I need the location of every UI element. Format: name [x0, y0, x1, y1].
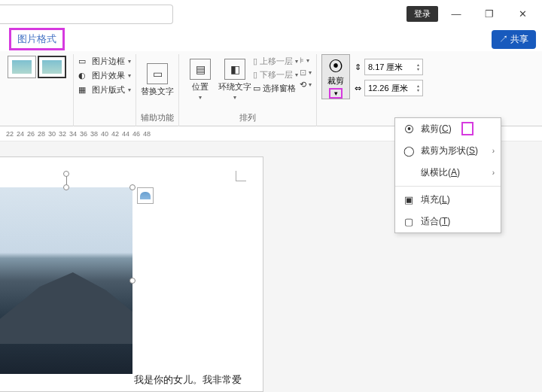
crop-button[interactable]: ⦿ 裁剪 ▾ [321, 54, 350, 99]
share-button[interactable]: ↗ 共享 [492, 30, 536, 49]
backward-icon: ▯ [253, 70, 257, 80]
resize-handle-top[interactable] [63, 184, 69, 190]
alt-text-button[interactable]: ▭ 替换文字 [141, 54, 174, 105]
picture-border-button[interactable]: ▭ 图片边框▾ [78, 56, 131, 67]
width-input-row: ⇔ 12.26 厘米 ▴▾ [355, 80, 423, 96]
shape-icon: ◯ [403, 145, 415, 157]
bring-forward-button[interactable]: ▯上移一层 ▾ [253, 56, 298, 67]
crop-dropdown-menu: ⦿ 裁剪(C) ◯ 裁剪为形状(S) › 纵横比(A) › ▣ 填充(L) ▢ … [394, 117, 501, 233]
height-input-row: ⇕ 8.17 厘米 ▴▾ [355, 59, 423, 75]
fit-icon: ▢ [403, 216, 415, 228]
picture-style-2[interactable] [38, 56, 66, 78]
share-icon: ↗ [499, 34, 510, 44]
layout-icon: ▦ [78, 85, 89, 96]
width-icon: ⇔ [355, 84, 361, 93]
tab-picture-format[interactable]: 图片格式 [9, 28, 65, 50]
height-icon: ⇕ [355, 62, 361, 72]
rotation-handle[interactable] [63, 171, 69, 177]
menu-item-aspect[interactable]: 纵横比(A) › [395, 162, 501, 184]
height-input[interactable]: 8.17 厘米 ▴▾ [364, 59, 423, 75]
close-button[interactable]: ✕ [507, 2, 537, 25]
effect-icon: ◐ [78, 71, 89, 81]
rotate-button[interactable]: ⟲▾ [300, 80, 312, 90]
forward-icon: ▯ [253, 56, 257, 66]
group-picture-options: ▭ 图片边框▾ ◐ 图片效果▾ ▦ 图片版式▾ [74, 54, 136, 126]
document-page[interactable]: 我是你的女儿。我非常爱 [0, 156, 263, 392]
wrap-text-button[interactable]: ◧ 环绕文字▾ [218, 54, 251, 105]
selected-image[interactable] [0, 187, 132, 374]
menu-item-fit[interactable]: ▢ 适合(T) [395, 211, 501, 232]
align-button[interactable]: ⊧▾ [300, 56, 312, 65]
picture-style-1[interactable] [8, 56, 36, 78]
rotate-icon: ⟲ [300, 80, 306, 90]
chevron-right-icon: › [492, 147, 495, 155]
group-accessibility: ▭ 替换文字 辅助功能 [136, 54, 179, 126]
ribbon: ▭ 图片边框▾ ◐ 图片效果▾ ▦ 图片版式▾ ▭ 替换文字 辅助功能 [0, 51, 542, 126]
minimize-button[interactable]: — [441, 2, 471, 25]
align-icon: ⊧ [300, 56, 304, 65]
highlight-box [461, 122, 473, 135]
send-backward-button[interactable]: ▯下移一层 ▾ [253, 69, 298, 81]
layout-options-icon [140, 192, 151, 199]
mountain-shape [0, 272, 132, 344]
document-text[interactable]: 我是你的女儿。我非常爱 [0, 373, 242, 387]
group-button[interactable]: ⊡▾ [300, 68, 312, 77]
resize-handle-top-right[interactable] [129, 184, 136, 190]
login-button[interactable]: 登录 [406, 6, 438, 22]
chevron-right-icon: › [492, 169, 495, 177]
group-picture-styles [0, 54, 74, 126]
border-icon: ▭ [78, 56, 89, 67]
height-spinner[interactable]: ▴▾ [417, 62, 419, 71]
menu-separator [395, 186, 501, 187]
picture-layout-button[interactable]: ▦ 图片版式▾ [78, 84, 131, 96]
crop-icon: ⦿ [403, 123, 415, 135]
selection-pane-button[interactable]: ▭选择窗格 [253, 83, 298, 94]
fill-icon: ▣ [403, 194, 415, 206]
position-button[interactable]: ▤ 位置▾ [184, 54, 217, 105]
width-spinner[interactable]: ▴▾ [417, 84, 419, 93]
search-bar[interactable] [0, 5, 173, 24]
page-corner-mark [236, 171, 246, 181]
group-arrange: ▤ 位置▾ ◧ 环绕文字▾ ▯上移一层 ▾ ▯下移一层 ▾ ▭选择窗格 ⊧▾ ⊡… [179, 54, 317, 126]
alt-text-icon: ▭ [147, 63, 168, 84]
menu-item-crop[interactable]: ⦿ 裁剪(C) [395, 118, 501, 140]
menu-item-fill[interactable]: ▣ 填充(L) [395, 189, 501, 211]
group-size: ⦿ 裁剪 ▾ ⇕ 8.17 厘米 ▴▾ ⇔ 12.26 厘米 ▴▾ [317, 54, 431, 126]
image-content [0, 187, 132, 374]
ribbon-tabs: 图片格式 ↗ 共享 [0, 27, 542, 51]
selection-icon: ▭ [253, 84, 260, 93]
resize-handle-right[interactable] [129, 278, 136, 284]
group-icon: ⊡ [300, 68, 306, 77]
crop-dropdown-toggle[interactable]: ▾ [329, 88, 343, 99]
group-label-arrange: 排列 [239, 112, 256, 126]
position-icon: ▤ [190, 59, 211, 80]
width-input[interactable]: 12.26 厘米 ▴▾ [364, 80, 423, 96]
wrap-icon: ◧ [224, 59, 245, 80]
crop-icon: ⦿ [328, 58, 343, 75]
menu-item-crop-shape[interactable]: ◯ 裁剪为形状(S) › [395, 140, 501, 162]
picture-effect-button[interactable]: ◐ 图片效果▾ [78, 70, 131, 81]
layout-options-button[interactable] [137, 187, 154, 204]
maximize-button[interactable]: ❐ [474, 2, 504, 25]
group-label-accessibility: 辅助功能 [141, 112, 174, 126]
